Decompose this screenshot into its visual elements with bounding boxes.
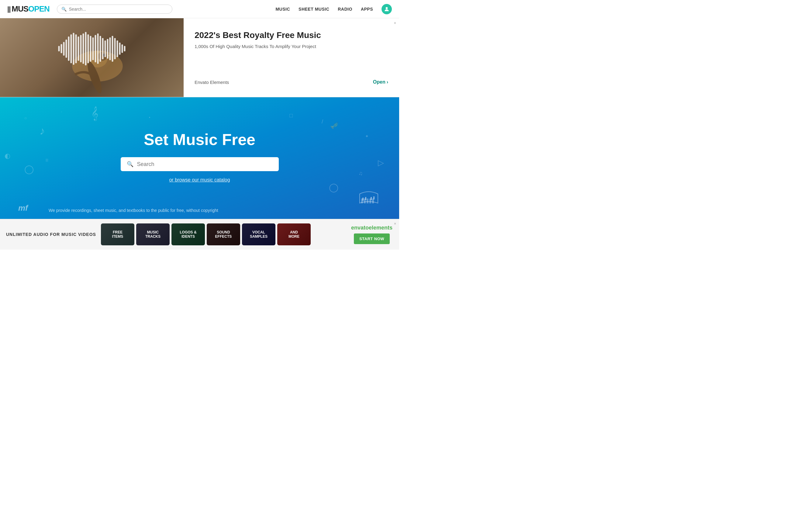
hero-search-icon: 🔍 (127, 161, 133, 168)
slash-icon: / (322, 118, 323, 125)
ad-image (0, 18, 184, 97)
svg-rect-14 (373, 196, 375, 200)
and-more-label: ANDMORE (288, 230, 300, 239)
square-icon: □ (289, 113, 293, 119)
ad-tile-and-more[interactable]: ANDMORE (277, 224, 311, 245)
main-nav: MUSIC SHEET MUSIC RADIO APPS (276, 4, 392, 14)
waveform (58, 32, 125, 65)
search-icon: 🔍 (61, 7, 66, 12)
ad-footer: Envato Elements Open › (194, 79, 388, 85)
star-icon: ✦ (365, 134, 369, 139)
free-items-label: FREEITEMS (112, 230, 124, 239)
mf-logo: mf (18, 203, 28, 213)
svg-rect-8 (367, 198, 368, 203)
treble-clef-icon: 𝄞 (91, 107, 98, 120)
ad-subtitle: 1,000s Of High Quality Music Tracks To A… (194, 44, 388, 49)
circle-icon-1: ○ (24, 115, 27, 120)
envato-text: envato (351, 225, 369, 231)
logo-bars-icon: || (7, 5, 10, 13)
logo[interactable]: || MUSOPEN (7, 4, 50, 14)
svg-rect-13 (370, 197, 372, 200)
hero-search-input[interactable] (137, 161, 273, 168)
envato-logo: envatoelements (351, 225, 393, 231)
user-avatar[interactable] (381, 4, 392, 14)
second-ad-banner: × UNLIMITED AUDIO FOR MUSIC VIDEOS FREEI… (0, 219, 399, 250)
svg-point-0 (386, 7, 388, 9)
header-search-input[interactable] (69, 7, 168, 12)
bars-icon: ||| (45, 158, 48, 162)
header-search-bar[interactable]: 🔍 (57, 4, 172, 14)
ad-banner: × (0, 18, 399, 97)
logo-open: OPEN (28, 4, 50, 14)
ad-tile-vocal-samples[interactable]: VOCALSAMPLES (242, 224, 276, 245)
second-ad-close-button[interactable]: × (394, 222, 396, 226)
sound-effects-label: SOUNDEFFECTS (215, 230, 232, 239)
ad-tile-sound-effects[interactable]: SOUNDEFFECTS (207, 224, 240, 245)
ad-content: 2022's Best Royalty Free Music 1,000s Of… (184, 18, 399, 97)
circle-icon-2: ◯ (329, 183, 338, 192)
ad-tile-logos-idents[interactable]: LOGOS &IDENTS (171, 224, 205, 245)
nav-apps[interactable]: APPS (361, 7, 373, 12)
ad-tile-music-tracks[interactable]: MUSICTRACKS (136, 224, 170, 245)
dot-icon-2: • (149, 115, 150, 120)
logos-idents-label: LOGOS &IDENTS (180, 230, 196, 239)
nav-radio[interactable]: RADIO (338, 7, 352, 12)
music-tracks-label: MUSICTRACKS (145, 230, 160, 239)
bird-background (0, 18, 184, 97)
vocal-samples-label: VOCALSAMPLES (250, 230, 267, 239)
ad-close-button[interactable]: × (394, 21, 396, 25)
dot-icon-1: • (61, 110, 62, 114)
ad-tiles-container: FREEITEMS MUSICTRACKS LOGOS &IDENTS SOUN… (101, 224, 344, 245)
svg-rect-12 (365, 197, 366, 200)
hero-title: Set Music Free (144, 130, 255, 149)
hero-search-bar[interactable]: 🔍 (121, 157, 279, 171)
logo-mus: MUS (12, 4, 28, 14)
ad-brand: Envato Elements (194, 80, 229, 85)
envato-start-button[interactable]: START NOW (354, 233, 390, 244)
ad-title: 2022's Best Royalty Free Music (194, 31, 388, 40)
site-header: || MUSOPEN 🔍 MUSIC SHEET MUSIC RADIO APP… (0, 0, 399, 18)
nav-music[interactable]: MUSIC (276, 7, 290, 12)
envato-block: envatoelements START NOW (350, 225, 393, 244)
hero-description: We provide recordings, sheet music, and … (49, 208, 375, 213)
piano-icon (357, 188, 381, 210)
svg-rect-11 (362, 197, 364, 201)
envato-elements-text: elements (369, 225, 393, 231)
trumpet-icon: 🎺 (330, 121, 338, 130)
eye-icon: ◐ (4, 152, 10, 160)
second-ad-header: UNLIMITED AUDIO FOR MUSIC VIDEOS (6, 232, 96, 237)
circle-outline-icon: ◯ (24, 164, 34, 174)
hero-section: 𝄞 ♪ ○ • 🎺 ✦ □ / ◐ ◯ ||| ▷ ♫ ◯ • Set Musi… (0, 97, 399, 219)
play-icon: ▷ (378, 158, 384, 168)
music-note-icon-2: ♫ (359, 170, 363, 177)
hero-browse-link[interactable]: or browse our music catalog (169, 177, 230, 183)
nav-sheet-music[interactable]: SHEET MUSIC (299, 7, 329, 12)
ad-open-button[interactable]: Open › (373, 79, 388, 85)
ad-tile-free-items[interactable]: FREEITEMS (101, 224, 134, 245)
music-note-icon-1: ♪ (39, 125, 45, 137)
